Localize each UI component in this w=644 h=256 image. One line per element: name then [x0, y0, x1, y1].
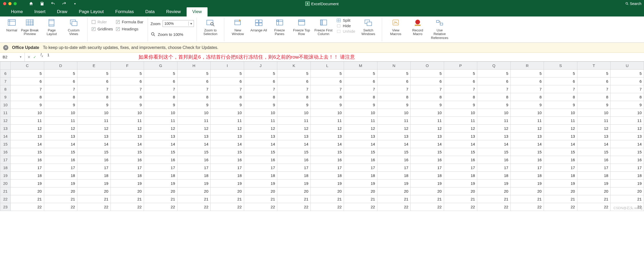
cell[interactable]: 16 [177, 156, 211, 164]
tab-review[interactable]: Review [160, 7, 187, 16]
cell[interactable]: 11 [144, 117, 177, 125]
cell[interactable]: 5 [111, 70, 144, 77]
spreadsheet-grid[interactable]: CDEFGHIJKLMNOPQRSTU655555555555555555557… [0, 62, 644, 211]
row-header[interactable]: 14 [0, 132, 11, 140]
cell[interactable]: 21 [411, 195, 444, 203]
tab-view[interactable]: View [187, 7, 208, 16]
cell[interactable]: 20 [544, 187, 577, 195]
cell[interactable]: 9 [211, 101, 244, 109]
cell[interactable]: 12 [611, 125, 644, 132]
hide-button[interactable]: Hide [337, 24, 355, 28]
cell[interactable]: 19 [77, 180, 111, 187]
cell[interactable]: 5 [11, 70, 44, 77]
cell[interactable]: 10 [444, 109, 477, 117]
cell[interactable]: 5 [377, 70, 411, 77]
row-header[interactable]: 18 [0, 164, 11, 172]
cell[interactable]: 6 [611, 77, 644, 85]
cell[interactable]: 15 [77, 148, 111, 156]
cell[interactable]: 18 [444, 172, 477, 180]
cell[interactable]: 5 [544, 70, 577, 77]
column-header[interactable]: L [310, 62, 344, 70]
cell[interactable]: 12 [344, 125, 377, 132]
cell[interactable]: 8 [177, 93, 211, 101]
column-header[interactable]: U [611, 62, 644, 70]
cell[interactable]: 18 [44, 172, 77, 180]
cell[interactable]: 12 [144, 125, 177, 132]
cell[interactable]: 16 [611, 156, 644, 164]
cell[interactable]: 14 [77, 140, 111, 148]
cell[interactable]: 7 [77, 85, 111, 93]
cell[interactable]: 19 [244, 180, 277, 187]
column-header[interactable]: P [444, 62, 477, 70]
name-box[interactable]: B2 ▼ [0, 53, 25, 61]
cell[interactable]: 16 [544, 156, 577, 164]
cell[interactable]: 11 [544, 117, 577, 125]
cell[interactable]: 18 [377, 172, 411, 180]
cell[interactable]: 6 [377, 77, 411, 85]
cell[interactable]: 5 [277, 70, 311, 77]
cell[interactable]: 18 [411, 172, 444, 180]
cell[interactable]: 17 [77, 164, 111, 172]
cell[interactable]: 7 [211, 85, 244, 93]
cell[interactable]: 15 [377, 148, 411, 156]
cell[interactable]: 15 [44, 148, 77, 156]
cell[interactable]: 19 [577, 180, 611, 187]
cell[interactable]: 12 [11, 125, 44, 132]
cell[interactable]: 22 [544, 203, 577, 211]
cell[interactable]: 11 [244, 117, 277, 125]
cell[interactable]: 17 [111, 164, 144, 172]
cell[interactable]: 19 [310, 180, 344, 187]
cell[interactable]: 9 [344, 101, 377, 109]
column-header[interactable]: O [411, 62, 444, 70]
cell[interactable]: 15 [310, 148, 344, 156]
column-header[interactable]: T [577, 62, 611, 70]
cell[interactable]: 7 [544, 85, 577, 93]
cell[interactable]: 11 [577, 117, 611, 125]
cell[interactable]: 6 [344, 77, 377, 85]
cell[interactable]: 22 [477, 203, 511, 211]
cell[interactable]: 9 [510, 101, 544, 109]
cell[interactable]: 19 [477, 180, 511, 187]
page-break-preview-button[interactable]: Page Break Preview [19, 18, 41, 36]
cell[interactable]: 21 [177, 195, 211, 203]
cell[interactable]: 8 [510, 93, 544, 101]
cell[interactable]: 8 [344, 93, 377, 101]
cell[interactable]: 18 [177, 172, 211, 180]
cell[interactable]: 15 [111, 148, 144, 156]
cell[interactable]: 6 [277, 77, 311, 85]
cell[interactable]: 8 [611, 93, 644, 101]
cell[interactable]: 10 [544, 109, 577, 117]
cell[interactable]: 6 [11, 77, 44, 85]
cell[interactable]: 7 [444, 85, 477, 93]
cell[interactable]: 7 [277, 85, 311, 93]
cell[interactable]: 5 [44, 70, 77, 77]
record-macro-button[interactable]: Record Macro [407, 18, 429, 36]
cell[interactable]: 8 [44, 93, 77, 101]
cell[interactable]: 5 [144, 70, 177, 77]
cell[interactable]: 7 [111, 85, 144, 93]
cell[interactable]: 14 [11, 140, 44, 148]
cell[interactable]: 6 [510, 77, 544, 85]
cell[interactable]: 21 [144, 195, 177, 203]
cell[interactable]: 8 [11, 93, 44, 101]
cell[interactable]: 12 [44, 125, 77, 132]
cell[interactable]: 16 [444, 156, 477, 164]
cell[interactable]: 10 [377, 109, 411, 117]
cell[interactable]: 21 [377, 195, 411, 203]
home-icon[interactable] [28, 1, 34, 6]
column-header[interactable]: C [11, 62, 44, 70]
cell[interactable]: 12 [244, 125, 277, 132]
accept-formula-icon[interactable]: ✓ [33, 55, 36, 59]
cell[interactable]: 17 [411, 164, 444, 172]
cell[interactable]: 19 [44, 180, 77, 187]
cell[interactable]: 7 [44, 85, 77, 93]
cell[interactable]: 19 [11, 180, 44, 187]
cell[interactable]: 6 [44, 77, 77, 85]
tab-draw[interactable]: Draw [51, 7, 73, 16]
cell[interactable]: 15 [177, 148, 211, 156]
new-window-button[interactable]: New Window [227, 18, 249, 36]
redo-icon[interactable] [61, 1, 67, 6]
cell[interactable]: 14 [344, 140, 377, 148]
cell[interactable]: 10 [11, 109, 44, 117]
cell[interactable]: 11 [277, 117, 311, 125]
